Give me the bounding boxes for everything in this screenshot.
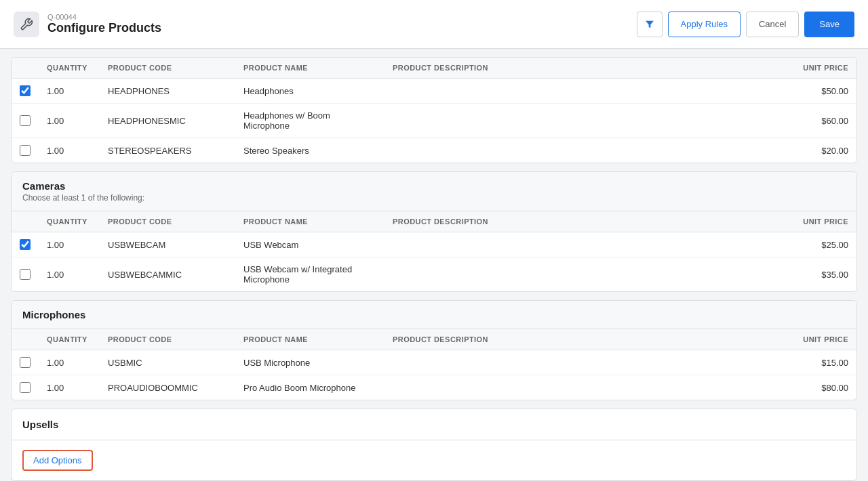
row-description [384, 232, 775, 257]
row-name: Stereo Speakers [235, 138, 384, 163]
quote-number: Q-00044 [47, 13, 161, 21]
first-product-table: QUANTITY PRODUCT CODE PRODUCT NAME PRODU… [12, 58, 856, 163]
row-checkbox-cell [12, 232, 39, 257]
cancel-button[interactable]: Cancel [746, 12, 799, 37]
save-button[interactable]: Save [804, 12, 854, 37]
row-name: USB Webcam [235, 232, 384, 257]
cameras-section: Cameras Choose at least 1 of the followi… [11, 171, 857, 292]
upsells-title: Upsells [22, 419, 846, 430]
table-row: 1.00STEREOSPEAKERSStereo Speakers$20.00 [12, 138, 856, 163]
row-checkbox-cell [12, 104, 39, 138]
row-price: $25.00 [775, 232, 856, 257]
row-checkbox-cell [12, 350, 39, 375]
page-title: Configure Products [47, 21, 161, 35]
row-name: Headphones [235, 79, 384, 104]
col-header-check [12, 211, 39, 232]
row-code: USBMIC [100, 350, 235, 375]
microphones-section-header: Microphones [12, 301, 856, 329]
col-header-qty: QUANTITY [39, 211, 100, 232]
row-checkbox-cell [12, 257, 39, 292]
col-header-price: UNIT PRICE [775, 329, 856, 350]
header-actions: Apply Rules Cancel Save [637, 12, 854, 37]
row-qty: 1.00 [39, 375, 100, 400]
main-content: QUANTITY PRODUCT CODE PRODUCT NAME PRODU… [0, 49, 868, 481]
microphones-section: Microphones QUANTITY PRODUCT CODE PRODUC… [11, 300, 857, 400]
row-code: USBWEBCAM [100, 232, 235, 257]
row-name: Headphones w/ Boom Microphone [235, 104, 384, 138]
row-qty: 1.00 [39, 350, 100, 375]
row-checkbox[interactable] [20, 269, 31, 280]
apply-rules-button[interactable]: Apply Rules [668, 12, 741, 37]
row-code: STEREOSPEAKERS [100, 138, 235, 163]
cameras-table: QUANTITY PRODUCT CODE PRODUCT NAME PRODU… [12, 211, 856, 291]
col-header-qty: QUANTITY [39, 329, 100, 350]
table-row: 1.00USBWEBCAMUSB Webcam$25.00 [12, 232, 856, 257]
row-name: USB Microphone [235, 350, 384, 375]
row-price: $60.00 [775, 104, 856, 138]
row-checkbox[interactable] [20, 382, 31, 393]
row-price: $80.00 [775, 375, 856, 400]
table-row: 1.00HEADPHONESMICHeadphones w/ Boom Micr… [12, 104, 856, 138]
col-header-desc: PRODUCT DESCRIPTION [384, 329, 775, 350]
row-code: PROAUDIOBOOMMIC [100, 375, 235, 400]
row-price: $50.00 [775, 79, 856, 104]
col-header-name: PRODUCT NAME [235, 211, 384, 232]
row-code: HEADPHONES [100, 79, 235, 104]
upsells-section: Upsells Add Options [11, 409, 857, 481]
row-qty: 1.00 [39, 232, 100, 257]
col-header-code: PRODUCT CODE [100, 211, 235, 232]
row-description [384, 350, 775, 375]
table-row: 1.00USBWEBCAMMICUSB Webcam w/ Integrated… [12, 257, 856, 292]
row-code: USBWEBCAMMIC [100, 257, 235, 292]
row-checkbox-cell [12, 79, 39, 104]
row-price: $15.00 [775, 350, 856, 375]
first-product-section: QUANTITY PRODUCT CODE PRODUCT NAME PRODU… [11, 57, 857, 163]
upsells-body: Add Options [12, 440, 856, 480]
table-row: 1.00HEADPHONESHeadphones$50.00 [12, 79, 856, 104]
col-header-desc: PRODUCT DESCRIPTION [384, 58, 775, 79]
row-name: USB Webcam w/ Integrated Microphone [235, 257, 384, 292]
title-block: Q-00044 Configure Products [47, 13, 161, 35]
row-checkbox[interactable] [20, 145, 31, 156]
row-description [384, 375, 775, 400]
add-options-button[interactable]: Add Options [22, 450, 93, 471]
configure-icon [14, 12, 39, 37]
row-description [384, 79, 775, 104]
header-left: Q-00044 Configure Products [14, 12, 161, 37]
row-qty: 1.00 [39, 257, 100, 292]
microphones-title: Microphones [22, 309, 846, 320]
row-checkbox-cell [12, 138, 39, 163]
col-header-check [12, 329, 39, 350]
table-row: 1.00USBMICUSB Microphone$15.00 [12, 350, 856, 375]
col-header-check [12, 58, 39, 79]
row-code: HEADPHONESMIC [100, 104, 235, 138]
col-header-price: UNIT PRICE [775, 211, 856, 232]
upsells-header: Upsells [12, 409, 856, 440]
row-description [384, 138, 775, 163]
row-price: $35.00 [775, 257, 856, 292]
row-checkbox[interactable] [20, 357, 31, 368]
col-header-name: PRODUCT NAME [235, 329, 384, 350]
cameras-title: Cameras [22, 180, 846, 192]
col-header-qty: QUANTITY [39, 58, 100, 79]
cameras-section-header: Cameras Choose at least 1 of the followi… [12, 172, 856, 211]
row-checkbox[interactable] [20, 115, 31, 126]
page-header: Q-00044 Configure Products Apply Rules C… [0, 0, 868, 49]
col-header-price: UNIT PRICE [775, 58, 856, 79]
col-header-code: PRODUCT CODE [100, 58, 235, 79]
cameras-subtitle: Choose at least 1 of the following: [22, 193, 846, 203]
row-qty: 1.00 [39, 138, 100, 163]
row-qty: 1.00 [39, 104, 100, 138]
row-checkbox[interactable] [20, 239, 31, 250]
col-header-code: PRODUCT CODE [100, 329, 235, 350]
row-checkbox[interactable] [20, 85, 31, 96]
microphones-table: QUANTITY PRODUCT CODE PRODUCT NAME PRODU… [12, 329, 856, 400]
filter-button[interactable] [637, 12, 663, 37]
row-qty: 1.00 [39, 79, 100, 104]
row-name: Pro Audio Boom Microphone [235, 375, 384, 400]
row-description [384, 257, 775, 292]
col-header-desc: PRODUCT DESCRIPTION [384, 211, 775, 232]
row-price: $20.00 [775, 138, 856, 163]
table-row: 1.00PROAUDIOBOOMMICPro Audio Boom Microp… [12, 375, 856, 400]
col-header-name: PRODUCT NAME [235, 58, 384, 79]
